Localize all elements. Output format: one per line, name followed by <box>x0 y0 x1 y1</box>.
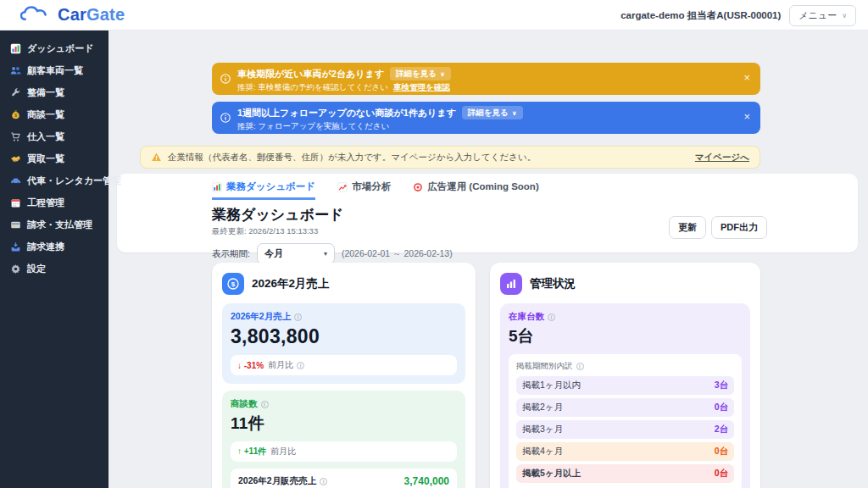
followup-alert-banner: 1週間以上フォローアップのない商談が1件あります 詳細を見る ∨ 推奨: フォロ… <box>212 102 760 134</box>
period-range: (2026-02-01 ～ 2026-02-13) <box>342 248 453 260</box>
sidebar-item-label: ダッシュボード <box>27 42 94 55</box>
close-icon[interactable]: × <box>743 111 750 122</box>
listing-row-label: 掲載4ヶ月 <box>522 446 563 458</box>
cloud-logo-icon <box>20 4 56 25</box>
sidebar-item-customer-vehicles[interactable]: 顧客車両一覧 <box>0 59 108 81</box>
alert-title: 車検期限が近い車両が2台あります <box>237 68 384 80</box>
alert-title: 1週間以上フォローアップのない商談が1件あります <box>237 107 456 119</box>
company-info-text: 企業情報（代表者名、郵便番号、住所）が未入力です。マイページから入力してください… <box>168 152 536 164</box>
pdf-export-button[interactable]: PDF出力 <box>711 216 767 239</box>
info-icon[interactable] <box>548 313 555 321</box>
menu-button-label: メニュー <box>798 9 837 22</box>
tab-market-analysis[interactable]: 市場分析 <box>337 180 391 200</box>
period-select[interactable]: 今月 ▾ <box>257 243 335 264</box>
tab-label: 広告運用 (Coming Soon) <box>427 180 539 193</box>
info-icon[interactable] <box>297 362 304 369</box>
info-icon[interactable] <box>261 401 269 408</box>
sidebar-item-deals[interactable]: $ 商談一覧 <box>0 103 108 125</box>
warning-triangle-icon <box>151 152 162 163</box>
sidebar-item-label: 買取一覧 <box>27 152 64 165</box>
info-icon[interactable] <box>294 313 302 321</box>
trend-chart-icon <box>337 182 348 192</box>
handshake-icon <box>10 153 21 164</box>
sidebar-item-label: 設定 <box>27 263 46 275</box>
listing-row-value: 0台 <box>715 468 728 480</box>
deals-detail-card: 2026年2月販売売上 3,740,000 商談ステータス別 未商談 1件 商談… <box>231 469 457 488</box>
listing-row-value: 2台 <box>715 424 728 435</box>
listing-row-label: 掲載2ヶ月 <box>522 402 563 413</box>
close-icon[interactable]: × <box>743 72 750 83</box>
listing-row: 掲載1ヶ月以内 3台 <box>516 376 734 395</box>
gear-icon <box>10 263 21 274</box>
sidebar-item-label: 整備一覧 <box>27 86 64 99</box>
tab-bar: 業務ダッシュボード 市場分析 広告運用 (Coming Soon) <box>212 174 760 200</box>
menu-button[interactable]: メニュー ∨ <box>789 5 856 26</box>
chevron-down-icon: ∨ <box>512 109 517 117</box>
tab-business-dashboard[interactable]: 業務ダッシュボード <box>212 180 315 200</box>
sidebar-item-purchasing[interactable]: 仕入一覧 <box>0 125 108 147</box>
deals-count-label: 商談数 <box>231 398 258 410</box>
dollar-circle-icon: $ <box>222 273 244 295</box>
info-icon[interactable] <box>320 478 327 485</box>
alert-details-label: 詳細を見る <box>396 69 437 80</box>
monthly-sold-value: 3,740,000 <box>404 475 449 487</box>
sidebar-item-billing-payment[interactable]: 請求・支払管理 <box>0 214 108 236</box>
car-icon <box>10 175 21 186</box>
listing-row-label: 掲載1ヶ月以内 <box>522 380 581 391</box>
mypage-link[interactable]: マイページへ <box>695 152 749 164</box>
sidebar-item-process[interactable]: 工程管理 <box>0 191 108 214</box>
user-account-label: cargate-demo 担当者A(USR-00001) <box>620 9 781 22</box>
sidebar-item-label: 請求・支払管理 <box>27 219 92 231</box>
refresh-button[interactable]: 更新 <box>669 216 706 239</box>
stock-section: 在庫台数 5台 掲載期間別内訳 掲載1ヶ月以内 3台 掲載2ヶ月 0台 掲 <box>500 303 750 488</box>
sidebar-item-maintenance[interactable]: 整備一覧 <box>0 81 108 103</box>
credit-card-icon <box>10 219 21 230</box>
period-select-value: 今月 <box>264 247 283 260</box>
listing-row-label: 掲載5ヶ月以上 <box>522 468 581 480</box>
top-bar-right: cargate-demo 担当者A(USR-00001) メニュー ∨ <box>620 0 856 30</box>
inspection-alert-banner: 車検期限が近い車両が2台あります 詳細を見る ∨ 推奨: 車検整備の予約を確認し… <box>212 63 760 95</box>
stock-count-label: 在庫台数 <box>509 311 544 323</box>
management-status-card: 管理状況 在庫台数 5台 掲載期間別内訳 掲載1ヶ月以内 3台 掲載2ヶ月 0 <box>490 263 760 488</box>
listing-row-value: 0台 <box>715 446 728 458</box>
target-icon <box>413 182 423 192</box>
svg-text:$: $ <box>231 280 236 288</box>
sidebar-item-label: 顧客車両一覧 <box>27 64 83 77</box>
info-icon[interactable] <box>576 363 584 370</box>
sidebar-item-billing-link[interactable]: 請求連携 <box>0 236 108 258</box>
inbox-tray-icon <box>10 241 21 252</box>
info-circle-icon <box>220 73 231 85</box>
alert-recommendation: 推奨: フォローアップを実施してください <box>237 121 389 132</box>
company-info-banner: 企業情報（代表者名、郵便番号、住所）が未入力です。マイページから入力してください… <box>140 146 760 169</box>
stock-count-value: 5台 <box>509 325 742 347</box>
sidebar-item-dashboard[interactable]: ダッシュボード <box>0 37 108 59</box>
alert-details-button[interactable]: 詳細を見る ∨ <box>462 106 523 119</box>
tab-label: 市場分析 <box>352 180 391 193</box>
card-title: 2026年2月売上 <box>252 276 330 291</box>
sales-card: $ 2026年2月売上 2026年2月売上 3,803,800 ↓ -31% 前… <box>212 263 476 488</box>
listing-row: 掲載5ヶ月以上 0台 <box>516 464 734 483</box>
brand-logo[interactable]: CarGate <box>20 4 125 25</box>
sidebar-item-label: 代車・レンタカー管理 <box>27 175 121 187</box>
users-icon <box>10 65 21 76</box>
dashboard-header-panel: 業務ダッシュボード 市場分析 広告運用 (Coming Soon) 業務ダッシュ… <box>117 174 858 252</box>
sidebar-item-label: 商談一覧 <box>27 108 64 121</box>
alert-details-button[interactable]: 詳細を見る ∨ <box>390 67 451 80</box>
tab-ad-operations[interactable]: 広告運用 (Coming Soon) <box>413 180 539 200</box>
sidebar-item-buyback[interactable]: 買取一覧 <box>0 147 108 169</box>
bar-chart-icon <box>212 182 222 192</box>
brand-name: CarGate <box>58 5 125 25</box>
listing-row-label: 掲載3ヶ月 <box>522 424 563 435</box>
sidebar-item-settings[interactable]: 設定 <box>0 258 108 280</box>
sidebar-item-loaner-rental[interactable]: 代車・レンタカー管理 <box>0 169 108 191</box>
inspection-management-link[interactable]: 車検管理を確認 <box>393 82 450 93</box>
listing-breakdown-label: 掲載期間別内訳 <box>516 361 573 372</box>
chevron-down-icon: ▾ <box>324 250 327 258</box>
listing-row: 掲載3ヶ月 2台 <box>516 420 734 439</box>
monthly-sales-label: 2026年2月売上 <box>231 311 291 323</box>
delta-note-label: 前月比 <box>270 446 296 458</box>
listing-row: 掲載4ヶ月 0台 <box>516 442 734 461</box>
dashboard-icon <box>10 43 21 54</box>
monthly-sales-value: 3,803,800 <box>231 325 457 348</box>
alert-recommendation: 推奨: 車検整備の予約を確認してください <box>237 82 388 93</box>
